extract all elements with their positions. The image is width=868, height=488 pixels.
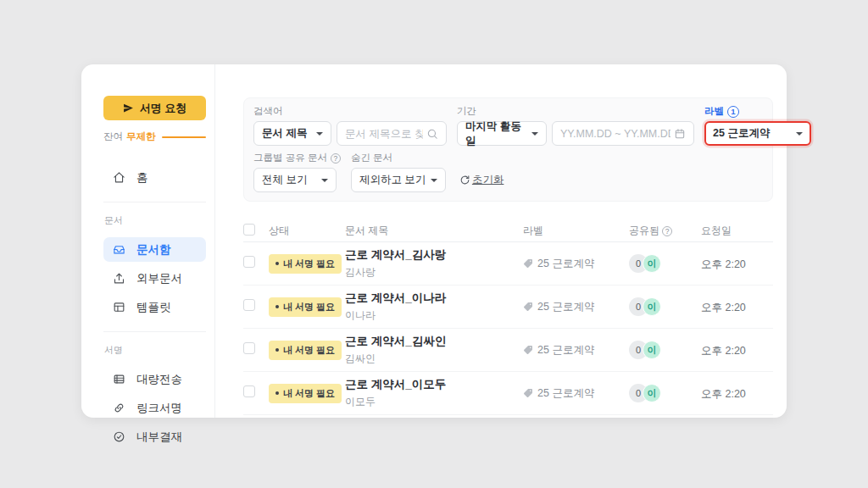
sidebar-item-external-docs[interactable]: 외부문서 (103, 266, 206, 291)
sidebar-item-label: 홈 (136, 170, 148, 186)
label-filter: 라벨 1 25 근로계약 (704, 105, 811, 146)
inbox-icon (113, 243, 125, 256)
chevron-down-icon (431, 179, 437, 182)
quota-bar (162, 136, 207, 138)
sidebar-item-label: 내부결재 (136, 430, 182, 445)
document-label-text: 25 근로계약 (537, 343, 594, 358)
keyword-type-value: 문서 제목 (262, 126, 307, 141)
refresh-icon (459, 175, 470, 186)
row-checkbox[interactable] (243, 256, 255, 268)
period-type-select[interactable]: 마지막 활동일 (457, 121, 547, 146)
search-icon (426, 128, 438, 140)
avatar: 이 (643, 384, 661, 402)
column-title: 문서 제목 (345, 224, 523, 238)
row-checkbox[interactable] (243, 342, 255, 354)
calendar-icon (674, 128, 686, 140)
requested-time: 오후 2:20 (701, 302, 746, 313)
period-filter: 기간 마지막 활동일 (457, 105, 694, 146)
sidebar-item-internal-approval[interactable]: 내부결재 (103, 424, 206, 449)
sidebar-item-templates[interactable]: 템플릿 (103, 295, 206, 319)
document-label-text: 25 근로계약 (537, 300, 594, 314)
upload-icon (113, 272, 125, 285)
sidebar-item-label: 템플릿 (136, 300, 171, 315)
row-checkbox[interactable] (243, 299, 255, 311)
document-signer: 이모두 (345, 395, 523, 409)
tag-icon (523, 345, 533, 355)
document-signer: 김사랑 (345, 265, 523, 280)
status-badge: 내 서명 필요 (269, 297, 342, 317)
sidebar-item-label: 대량전송 (136, 372, 182, 387)
table-row[interactable]: 내 서명 필요 근로 계약서_김싸인 김싸인 25 근로계약 0 이 (243, 329, 773, 372)
document-label: 25 근로계약 (523, 257, 629, 271)
signature-request-label: 서명 요청 (140, 101, 187, 116)
document-signer: 김싸인 (345, 352, 523, 366)
status-badge: 내 서명 필요 (269, 254, 342, 274)
chevron-down-icon (316, 132, 323, 136)
hidden-docs-select[interactable]: 제외하고 보기 (351, 168, 446, 192)
shared-avatars: 0 이 (629, 254, 701, 273)
hidden-docs-filter-label: 숨긴 문서 (351, 152, 446, 164)
keyword-filter-label: 검색어 (253, 105, 447, 118)
date-range-box (552, 121, 694, 146)
tag-icon (523, 258, 533, 269)
column-shared: 공유됨 (629, 224, 701, 238)
check-circle-icon (113, 430, 125, 443)
keyword-search-box (337, 121, 447, 146)
sidebar-item-label: 외부문서 (136, 271, 182, 286)
document-title: 근로 계약서_김싸인 (345, 334, 523, 349)
sidebar-item-label: 링크서명 (136, 401, 182, 416)
keyword-filter: 검색어 문서 제목 (253, 105, 447, 146)
sidebar-item-inbox[interactable]: 문서함 (103, 237, 206, 262)
quota-value: 무제한 (126, 130, 156, 143)
home-icon (113, 171, 125, 184)
table-row[interactable]: 내 서명 필요 근로 계약서_김사랑 김사랑 25 근로계약 0 이 (243, 242, 773, 286)
chevron-down-icon (796, 132, 803, 136)
label-count-badge: 1 (727, 106, 739, 118)
template-icon (113, 301, 125, 313)
group-share-filter: 그룹별 공유 문서 전체 보기 (253, 152, 341, 192)
column-label: 라벨 (523, 224, 629, 238)
requested-time: 오후 2:20 (701, 345, 746, 357)
label-select[interactable]: 25 근로계약 (704, 121, 811, 146)
document-signer: 이나라 (345, 308, 523, 323)
sidebar-item-link-signature[interactable]: 링크서명 (103, 396, 206, 420)
group-share-value: 전체 보기 (262, 173, 307, 187)
hidden-docs-filter: 숨긴 문서 제외하고 보기 (351, 152, 446, 192)
document-label: 25 근로계약 (523, 300, 629, 314)
search-input[interactable] (345, 128, 423, 140)
document-title: 근로 계약서_이모두 (345, 377, 523, 392)
group-share-select[interactable]: 전체 보기 (253, 168, 337, 192)
sidebar-item-home[interactable]: 홈 (103, 165, 206, 190)
help-icon[interactable] (331, 153, 341, 164)
filter-panel: 검색어 문서 제목 기간 (243, 97, 773, 202)
keyword-type-select[interactable]: 문서 제목 (253, 121, 331, 146)
table-row[interactable]: 내 서명 필요 근로 계약서_이나라 이나라 25 근로계약 0 이 (243, 286, 773, 329)
quota-remaining: 잔여 무제한 (103, 130, 206, 143)
main-content: 검색어 문서 제목 기간 (243, 97, 773, 415)
help-icon[interactable] (662, 226, 672, 236)
date-range-input[interactable] (560, 128, 670, 140)
sidebar-divider (103, 331, 206, 332)
label-filter-label: 라벨 1 (704, 105, 811, 118)
sidebar-item-bulk-send[interactable]: 대량전송 (103, 367, 206, 391)
shared-avatars: 0 이 (629, 384, 701, 402)
sidebar-section-documents: 문서 (104, 214, 214, 227)
link-icon (113, 402, 125, 414)
select-all-checkbox[interactable] (243, 224, 255, 236)
reset-filters-label: 초기화 (472, 173, 504, 187)
chevron-down-icon (531, 132, 538, 136)
sidebar: 서명 요청 잔여 무제한 홈 문서 문서함 외부문서 (81, 64, 215, 418)
group-share-filter-text: 그룹별 공유 문서 (253, 152, 327, 164)
avatar: 이 (643, 297, 661, 316)
table-row[interactable]: 내 서명 필요 근로 계약서_이모두 이모두 25 근로계약 0 이 (243, 372, 773, 415)
document-label: 25 근로계약 (523, 343, 629, 358)
documents-table: 상태 문서 제목 라벨 공유됨 요청일 내 서명 필요 근로 계약서_김사랑 김… (243, 220, 773, 415)
rows-icon (113, 373, 125, 385)
paper-plane-icon (123, 103, 134, 114)
shared-avatars: 0 이 (629, 341, 701, 359)
signature-request-button[interactable]: 서명 요청 (103, 96, 206, 120)
reset-filters-link[interactable]: 초기화 (459, 168, 504, 192)
document-title: 근로 계약서_이나라 (345, 291, 523, 306)
row-checkbox[interactable] (243, 385, 255, 397)
document-label: 25 근로계약 (523, 386, 629, 401)
